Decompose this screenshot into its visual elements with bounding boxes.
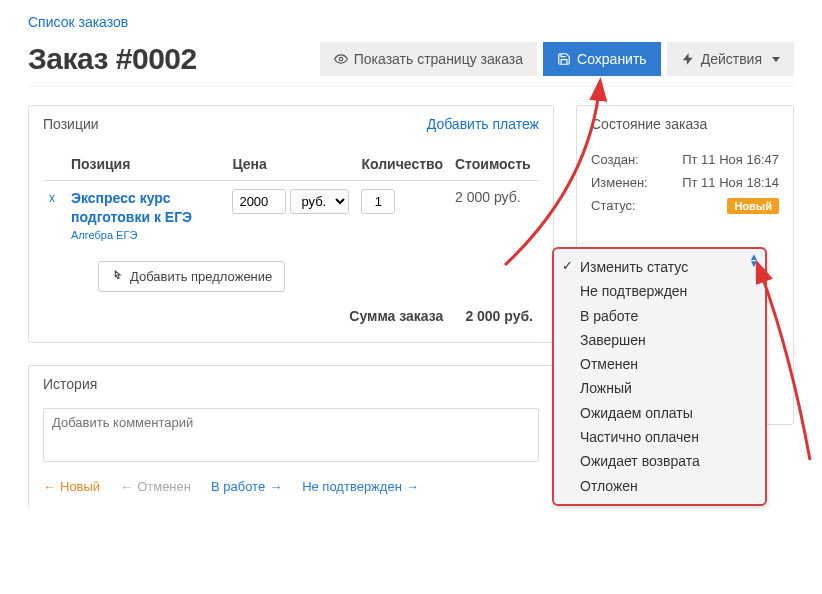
status-option[interactable]: Ожидаем оплаты [554,401,765,425]
save-icon [557,52,571,66]
caret-down-icon [772,57,780,62]
changed-label: Изменен: [591,175,648,190]
positions-panel: Позиции Добавить платеж Позиция Цена Кол… [28,105,554,343]
status-inwork-link[interactable]: В работе → [211,479,282,494]
status-cancelled-link[interactable]: ← Отменен [120,479,191,494]
status-option[interactable]: Частично оплачен [554,425,765,449]
delete-row-icon[interactable]: x [49,189,55,205]
history-title: История [43,376,97,392]
col-name: Позиция [65,148,226,181]
bolt-icon [681,52,695,66]
save-label: Сохранить [577,51,647,67]
total-value: 2 000 руб. [465,308,533,324]
col-price: Цена [226,148,355,181]
status-option[interactable]: Ожидает возврата [554,449,765,473]
add-payment-link[interactable]: Добавить платеж [427,116,539,132]
history-panel: История ← Новый ← Отменен В работе → Не … [28,365,554,508]
col-qty: Количество [355,148,449,181]
actions-button[interactable]: Действия [667,42,794,76]
position-name-link[interactable]: Экспресс курс подготовки к ЕГЭ [71,189,220,227]
status-option[interactable]: В работе [554,304,765,328]
cost-value: 2 000 руб. [449,181,539,249]
show-page-label: Показать страницу заказа [354,51,523,67]
col-cost: Стоимость [449,148,539,181]
price-input[interactable] [232,189,286,214]
positions-title: Позиции [43,116,99,132]
table-row: x Экспресс курс подготовки к ЕГЭ Алгебра… [43,181,539,249]
qty-input[interactable] [361,189,395,214]
total-label: Сумма заказа [349,308,443,324]
status-option[interactable]: Ложный [554,376,765,400]
pointer-icon [111,270,124,283]
changed-value: Пт 11 Ноя 18:14 [682,175,779,190]
status-links: ← Новый ← Отменен В работе → Не подтверж… [43,465,539,494]
save-button[interactable]: Сохранить [543,42,661,76]
show-page-button[interactable]: Показать страницу заказа [320,42,537,76]
status-option[interactable]: Изменить статус [554,255,765,279]
state-title: Состояние заказа [591,116,707,132]
add-offer-label: Добавить предложение [130,269,272,284]
add-offer-button[interactable]: Добавить предложение [98,261,285,292]
currency-select[interactable]: руб. [290,189,349,214]
status-new-link[interactable]: ← Новый [43,479,100,494]
position-category-link[interactable]: Алгебра ЕГЭ [71,229,220,241]
status-option[interactable]: Отменен [554,352,765,376]
svg-point-0 [339,57,343,61]
comment-input[interactable] [43,408,539,462]
status-notconfirmed-link[interactable]: Не подтвержден → [302,479,419,494]
breadcrumb-link[interactable]: Список заказов [28,14,128,30]
status-badge: Новый [727,198,779,214]
status-label: Статус: [591,198,636,214]
status-option[interactable]: Не подтвержден [554,279,765,303]
eye-icon [334,52,348,66]
page-title: Заказ #0002 [28,42,197,76]
status-dropdown[interactable]: ▲▼ Изменить статус Не подтвержден В рабо… [552,247,767,506]
status-option[interactable]: Завершен [554,328,765,352]
created-label: Создан: [591,152,639,167]
actions-label: Действия [701,51,762,67]
created-value: Пт 11 Ноя 16:47 [682,152,779,167]
status-option[interactable]: Отложен [554,474,765,498]
positions-table: Позиция Цена Количество Стоимость x Эксп… [43,148,539,249]
actions-bar: Показать страницу заказа Сохранить Дейст… [320,42,794,76]
page-header: Заказ #0002 Показать страницу заказа Сох… [28,42,794,87]
